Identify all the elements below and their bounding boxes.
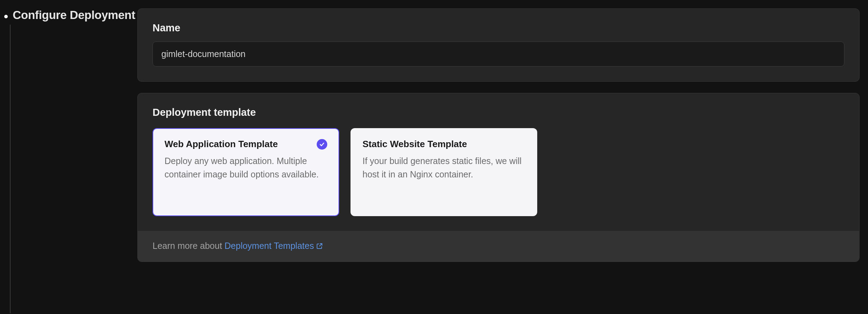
- main-content: Name Deployment template Web Application…: [137, 8, 868, 313]
- external-link-icon: [316, 241, 323, 252]
- learn-more-link-text: Deployment Templates: [224, 241, 314, 251]
- name-panel: Name: [137, 8, 860, 82]
- template-card-title: Static Website Template: [362, 139, 467, 150]
- template-card-web-application[interactable]: Web Application Template Deploy any web …: [153, 128, 339, 216]
- name-label: Name: [153, 22, 844, 34]
- template-card-title: Web Application Template: [165, 139, 278, 150]
- template-card-static-website[interactable]: Static Website Template If your build ge…: [351, 128, 537, 216]
- learn-more-bar: Learn more about Deployment Templates: [138, 231, 859, 262]
- template-card-description: Deploy any web application. Multiple con…: [165, 155, 327, 181]
- check-icon: [317, 139, 327, 150]
- template-section-title: Deployment template: [153, 107, 844, 118]
- step-title: Configure Deployment: [13, 8, 135, 22]
- learn-more-prefix: Learn more about: [153, 241, 224, 251]
- template-card-description: If your build generates static files, we…: [362, 155, 525, 181]
- template-panel: Deployment template Web Application Temp…: [137, 93, 860, 262]
- learn-more-link[interactable]: Deployment Templates: [224, 241, 323, 251]
- timeline-line: [10, 25, 11, 313]
- step-configure-deployment: Configure Deployment: [4, 8, 137, 22]
- template-grid: Web Application Template Deploy any web …: [153, 128, 844, 216]
- name-input[interactable]: [153, 42, 844, 67]
- step-bullet-icon: [4, 15, 8, 18]
- sidebar: Configure Deployment: [0, 8, 137, 313]
